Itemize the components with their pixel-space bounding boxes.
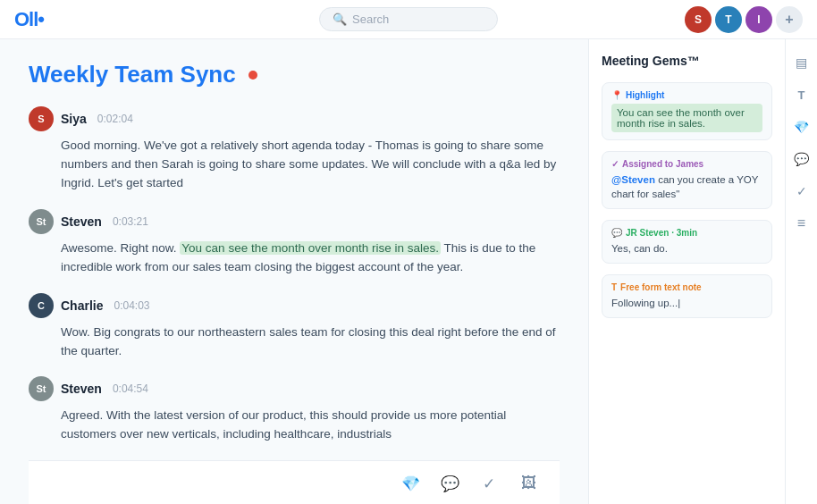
gem-type-reply: 💬 JR Steven · 3min [611, 228, 762, 238]
text-format-icon[interactable]: T [789, 82, 814, 107]
avatar-steven-1: St [29, 209, 54, 234]
assigned-check-icon: ✓ [611, 159, 619, 169]
avatar-siya: S [29, 106, 54, 131]
message-text-3: Wow. Big congrats to our northeastern sa… [29, 323, 560, 361]
search-placeholder: Search [352, 13, 389, 26]
avatar-3: I [745, 6, 772, 33]
gem-icon[interactable]: 💎 [789, 114, 814, 139]
chat-input-icon[interactable]: 💬 [436, 470, 463, 497]
gem-type-note: T Free form text note [611, 282, 762, 292]
comment-icon[interactable]: 💬 [789, 147, 814, 172]
meeting-title-row: Weekly Team Sync [29, 61, 560, 88]
search-bar[interactable]: 🔍 Search [319, 7, 498, 31]
meeting-title: Weekly Team Sync [29, 61, 236, 88]
gem-highlight-body: You can see the month over month rise in… [611, 104, 762, 132]
header-avatars: S T I + [685, 6, 803, 33]
message-block-1: S Siya 0:02:04 Good morning. We've got a… [29, 106, 560, 193]
reply-chat-icon: 💬 [611, 228, 622, 238]
avatar-2: T [715, 6, 742, 33]
image-input-icon[interactable]: 🖼 [515, 470, 542, 497]
message-header-4: St Steven 0:04:54 [29, 376, 560, 401]
gem-type-assigned: ✓ Assigned to James [611, 159, 762, 169]
message-text-2: Awesome. Right now. You can see the mont… [29, 239, 560, 277]
timestamp-1: 0:02:04 [97, 113, 133, 125]
gem-reply-body: Yes, can do. [611, 241, 762, 256]
gem-card-note: T Free form text note Following up...| [602, 274, 772, 318]
gem-input-icon[interactable]: 💎 [397, 470, 424, 497]
search-icon: 🔍 [333, 13, 347, 26]
avatar-add[interactable]: + [776, 6, 803, 33]
header: Oll• 🔍 Search S T I + [0, 0, 817, 39]
message-block-4: St Steven 0:04:54 Agreed. With the lates… [29, 376, 560, 444]
speaker-name-2: Steven [61, 214, 102, 229]
highlight-pin-icon: 📍 [611, 90, 622, 100]
main-layout: Weekly Team Sync S Siya 0:02:04 Good mor… [0, 39, 817, 504]
gem-card-assigned: ✓ Assigned to James @Steven can you crea… [602, 151, 772, 209]
gem-card-reply: 💬 JR Steven · 3min Yes, can do. [602, 220, 772, 264]
sidebar-right: ▤ T 💎 💬 ✓ ≡ [785, 39, 817, 504]
gems-panel: Meeting Gems™ 📍 Highlight You can see th… [588, 39, 785, 504]
gem-note-body: Following up...| [611, 296, 762, 310]
message-header-3: C Charlie 0:04:03 [29, 293, 560, 318]
gem-assigned-body: @Steven can you create a YOY chart for s… [611, 172, 762, 201]
note-text-icon: T [611, 282, 617, 292]
message-text-4: Agreed. With the latest version of our p… [29, 407, 560, 444]
avatar-1: S [685, 6, 712, 33]
avatar-charlie: C [29, 293, 54, 318]
transcript-panel: Weekly Team Sync S Siya 0:02:04 Good mor… [0, 39, 588, 504]
message-header-1: S Siya 0:02:04 [29, 106, 560, 131]
message-text-1: Good morning. We've got a relatively sho… [29, 137, 560, 193]
gem-card-highlight: 📍 Highlight You can see the month over m… [602, 82, 772, 140]
speaker-name-3: Charlie [61, 298, 103, 313]
gems-title: Meeting Gems™ [602, 54, 772, 68]
avatar-steven-2: St [29, 376, 54, 401]
content-area: Weekly Team Sync S Siya 0:02:04 Good mor… [0, 39, 817, 504]
checkmark-icon[interactable]: ✓ [789, 179, 814, 204]
timestamp-3: 0:04:03 [114, 299, 149, 312]
timestamp-4: 0:04:54 [113, 382, 148, 395]
check-input-icon[interactable]: ✓ [476, 470, 502, 497]
list-view-icon[interactable]: ≡ [789, 211, 814, 236]
message-header-2: St Steven 0:03:21 [29, 209, 560, 234]
logo: Oll• [14, 8, 44, 31]
timestamp-2: 0:03:21 [113, 215, 148, 228]
message-block-3: C Charlie 0:04:03 Wow. Big congrats to o… [29, 293, 560, 361]
message-block-2: St Steven 0:03:21 Awesome. Right now. Yo… [29, 209, 560, 277]
input-bar: 💎 💬 ✓ 🖼 [29, 460, 560, 504]
document-icon[interactable]: ▤ [789, 50, 814, 75]
speaker-name-1: Siya [61, 112, 87, 126]
message-before-highlight: Awesome. Right now. [61, 241, 180, 255]
live-indicator [248, 71, 257, 80]
mention-steven: @Steven [611, 174, 655, 185]
gem-type-highlight: 📍 Highlight [611, 90, 762, 100]
highlighted-text: You can see the month over month rise in… [180, 241, 441, 255]
speaker-name-4: Steven [61, 382, 102, 396]
